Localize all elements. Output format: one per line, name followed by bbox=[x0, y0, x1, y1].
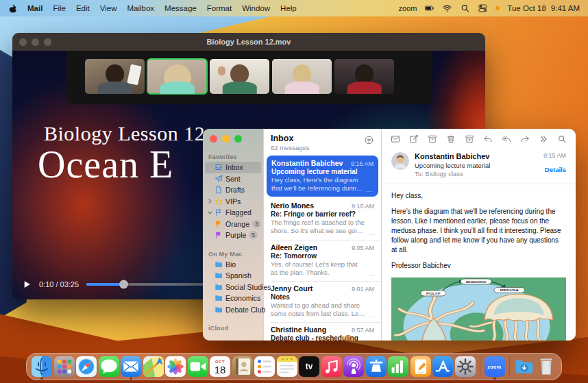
dock-app[interactable] bbox=[232, 356, 253, 377]
sidebar-mailbox-item[interactable]: Economics bbox=[205, 293, 261, 304]
sidebar-mailbox-item[interactable]: Debate Club bbox=[205, 304, 261, 316]
sidebar-mailbox-item[interactable]: Orange 3 bbox=[205, 219, 261, 230]
reply-all-icon[interactable] bbox=[502, 134, 511, 144]
menu-item[interactable]: Window bbox=[242, 4, 270, 12]
dock-app[interactable] bbox=[121, 356, 141, 377]
dock-app[interactable] bbox=[32, 356, 52, 377]
close-button[interactable] bbox=[210, 135, 217, 143]
dock-app[interactable] bbox=[366, 356, 387, 377]
message-list-item[interactable]: Christine Huang 8:57 AM Debate club - re… bbox=[264, 322, 381, 341]
participant-video[interactable] bbox=[334, 59, 394, 94]
trash-icon[interactable] bbox=[536, 356, 556, 377]
calendar-icon[interactable]: OCT18 bbox=[210, 356, 230, 377]
sidebar-mailbox-item[interactable]: Inbox bbox=[205, 162, 261, 173]
zoom-window-button[interactable] bbox=[234, 135, 242, 143]
dock-app[interactable] bbox=[321, 356, 342, 377]
reminders-icon[interactable] bbox=[254, 356, 275, 377]
sender-avatar[interactable] bbox=[391, 152, 409, 170]
dock-app[interactable] bbox=[54, 356, 75, 377]
playback-knob[interactable] bbox=[119, 280, 128, 289]
minimize-button[interactable] bbox=[32, 38, 39, 46]
appletv-icon[interactable]: tv bbox=[299, 356, 319, 377]
contacts-icon[interactable] bbox=[232, 356, 253, 377]
participant-video[interactable] bbox=[272, 59, 332, 94]
battery-icon[interactable] bbox=[424, 3, 434, 13]
filter-icon[interactable] bbox=[364, 135, 374, 145]
participant-video[interactable] bbox=[85, 59, 145, 94]
apple-logo-icon[interactable] bbox=[8, 3, 18, 14]
message-list-item[interactable]: Konstantin Babichev 9:15 AM Upcoming lec… bbox=[267, 156, 378, 197]
dock-app[interactable]: zoom bbox=[485, 356, 505, 377]
more-icon[interactable] bbox=[539, 134, 548, 144]
launchpad-icon[interactable] bbox=[54, 356, 75, 377]
menu-clock[interactable]: Tue Oct 18 9:41 AM bbox=[507, 4, 580, 12]
participant-video[interactable] bbox=[147, 59, 207, 94]
sidebar-mailbox-item[interactable]: Social Studies bbox=[205, 282, 261, 293]
menu-item[interactable]: Message bbox=[164, 4, 197, 12]
dock-app[interactable] bbox=[455, 356, 476, 377]
compose-icon[interactable] bbox=[409, 134, 419, 144]
close-button[interactable] bbox=[19, 38, 27, 46]
dock-app[interactable]: OCT18 bbox=[210, 356, 230, 377]
sidebar-mailbox-item[interactable]: Spanish bbox=[205, 270, 261, 282]
message-list-item[interactable]: Aileen Zeigen 9:05 AM Re: Tomorrow Yes, … bbox=[264, 240, 381, 281]
dock-app[interactable] bbox=[432, 356, 453, 377]
sidebar-mailbox-item[interactable]: Bio bbox=[205, 259, 261, 271]
minimize-button[interactable] bbox=[222, 135, 230, 143]
lifecycle-diagram-image[interactable]: POLYP BUDDING MEDUSA bbox=[391, 277, 566, 341]
menu-item[interactable]: File bbox=[53, 4, 66, 12]
archive-icon[interactable] bbox=[428, 134, 437, 144]
sidebar-mailbox-item[interactable]: Flagged bbox=[205, 207, 261, 219]
dock-app[interactable] bbox=[254, 356, 275, 377]
dock-app[interactable] bbox=[388, 356, 408, 377]
get-mail-icon[interactable] bbox=[391, 134, 400, 144]
search-icon[interactable] bbox=[557, 134, 567, 144]
finder-icon[interactable] bbox=[32, 356, 52, 377]
mail-icon[interactable] bbox=[121, 356, 141, 377]
dock-app[interactable] bbox=[514, 356, 535, 377]
dock-app[interactable] bbox=[277, 356, 297, 377]
appstore-icon[interactable] bbox=[432, 356, 453, 377]
safari-icon[interactable] bbox=[76, 356, 97, 377]
menu-item[interactable]: Edit bbox=[76, 4, 90, 12]
dock-app[interactable] bbox=[143, 356, 164, 377]
delete-icon[interactable] bbox=[446, 134, 456, 144]
keynote-icon[interactable] bbox=[366, 356, 387, 377]
dock-app[interactable]: tv bbox=[299, 356, 319, 377]
menu-item[interactable]: Format bbox=[207, 4, 232, 12]
sidebar-mailbox-item[interactable]: Purple 5 bbox=[205, 230, 261, 241]
menu-item[interactable]: View bbox=[100, 4, 117, 12]
zoom-window-button[interactable] bbox=[44, 38, 51, 46]
dock-app[interactable] bbox=[188, 356, 208, 377]
dock-app[interactable] bbox=[76, 356, 97, 377]
sidebar-mailbox-item[interactable]: VIPs bbox=[205, 196, 261, 208]
spotlight-search-icon[interactable] bbox=[460, 3, 470, 13]
dock-app[interactable] bbox=[343, 356, 364, 377]
pages-icon[interactable] bbox=[411, 356, 431, 377]
participant-video[interactable] bbox=[210, 59, 269, 94]
wifi-icon[interactable] bbox=[442, 3, 452, 13]
details-link[interactable]: Details bbox=[543, 166, 566, 173]
sidebar-mailbox-item[interactable]: Drafts bbox=[205, 184, 261, 196]
recording-indicator-dot[interactable] bbox=[495, 6, 500, 10]
downloads-icon[interactable] bbox=[514, 356, 535, 377]
podcasts-icon[interactable] bbox=[343, 356, 364, 377]
forward-icon[interactable] bbox=[520, 134, 530, 144]
maps-icon[interactable] bbox=[143, 356, 164, 377]
sidebar-mailbox-item[interactable]: Sent bbox=[205, 173, 261, 185]
dock-app[interactable] bbox=[411, 356, 431, 377]
message-list-item[interactable]: Jenny Court 9:01 AM Notes Wanted to go a… bbox=[264, 281, 381, 322]
zoom-icon[interactable]: zoom bbox=[485, 356, 505, 377]
menu-app-name[interactable]: Mail bbox=[27, 4, 42, 12]
chev-down-icon[interactable] bbox=[207, 210, 213, 216]
message-list-item[interactable]: Nerio Mones 9:10 AM Re: Fringe or barrie… bbox=[264, 198, 381, 239]
dock-app[interactable] bbox=[99, 356, 119, 377]
menu-item[interactable]: Mailbox bbox=[127, 4, 154, 12]
play-icon[interactable] bbox=[23, 280, 32, 289]
reply-icon[interactable] bbox=[483, 134, 493, 144]
dock-app[interactable] bbox=[165, 356, 186, 377]
messages-icon[interactable] bbox=[99, 356, 119, 377]
menu-item[interactable]: Help bbox=[280, 4, 297, 12]
notes-icon[interactable] bbox=[277, 356, 297, 377]
music-icon[interactable] bbox=[321, 356, 342, 377]
